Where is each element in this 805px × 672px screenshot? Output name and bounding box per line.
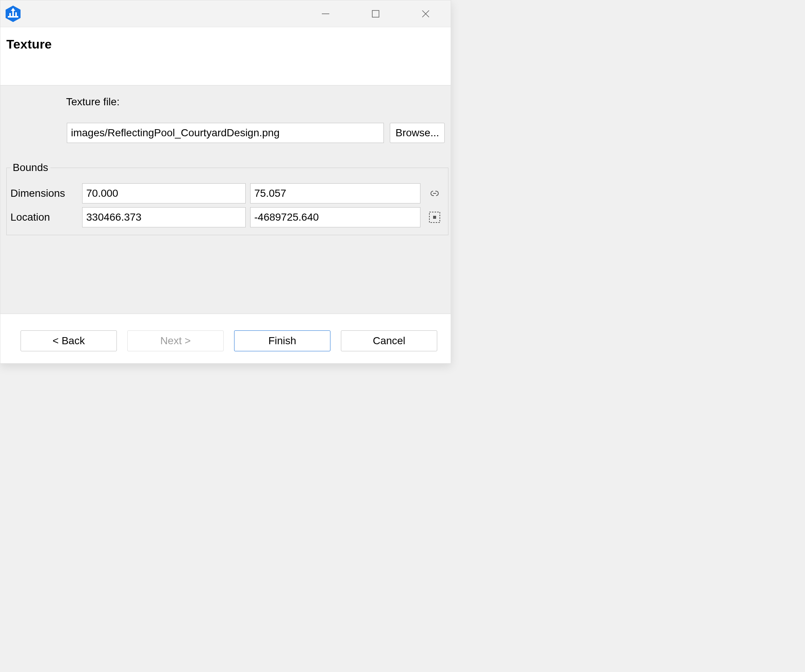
titlebar xyxy=(0,0,451,27)
next-button: Next > xyxy=(127,330,223,351)
dimension-x-input[interactable] xyxy=(82,183,246,204)
location-x-input[interactable] xyxy=(82,207,246,227)
maximize-button[interactable] xyxy=(351,0,401,27)
svg-rect-4 xyxy=(15,12,17,17)
app-icon xyxy=(4,5,22,23)
location-picker-icon[interactable] xyxy=(425,211,444,223)
close-button[interactable] xyxy=(401,0,451,27)
back-button[interactable]: < Back xyxy=(21,330,117,351)
location-y-input[interactable] xyxy=(250,207,421,227)
wizard-header: Texture xyxy=(0,27,451,85)
dimension-y-input[interactable] xyxy=(250,183,421,204)
texture-file-input[interactable] xyxy=(67,123,384,143)
link-dimensions-icon[interactable] xyxy=(425,189,444,198)
wizard-dialog: Texture Texture file: Browse... Bounds D… xyxy=(0,0,451,364)
texture-file-label: Texture file: xyxy=(66,96,120,108)
dimensions-label: Dimensions xyxy=(10,187,78,199)
page-title: Texture xyxy=(7,37,445,51)
bounds-legend: Bounds xyxy=(10,162,50,174)
minimize-button[interactable] xyxy=(301,0,351,27)
svg-rect-7 xyxy=(372,10,379,17)
cancel-button[interactable]: Cancel xyxy=(341,330,437,351)
location-label: Location xyxy=(10,211,78,223)
wizard-body: Texture file: Browse... Bounds Dimension… xyxy=(0,85,451,314)
titlebar-left xyxy=(4,5,22,23)
browse-button[interactable]: Browse... xyxy=(390,123,445,143)
wizard-button-bar: < Back Next > Finish Cancel xyxy=(0,314,451,363)
finish-button[interactable]: Finish xyxy=(234,330,330,351)
window-controls xyxy=(301,0,451,27)
svg-rect-3 xyxy=(12,10,14,17)
bounds-group: Bounds Dimensions Location xyxy=(7,162,449,235)
svg-rect-11 xyxy=(433,216,436,219)
svg-rect-2 xyxy=(9,13,11,17)
